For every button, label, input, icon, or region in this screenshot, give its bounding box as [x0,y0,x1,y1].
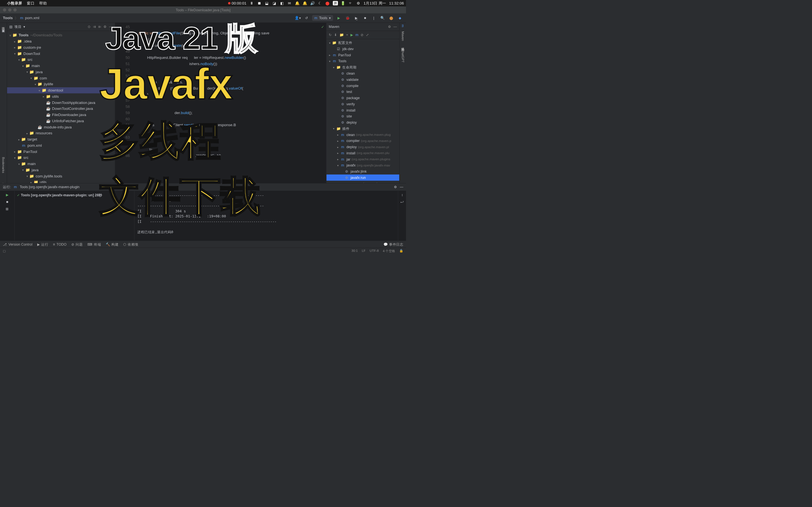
tree-item[interactable]: ▾📁main [7,161,115,167]
gear-icon[interactable]: ⚙ [394,185,397,189]
tree-root[interactable]: v📁Tools~/Downloads/Tools [7,32,115,38]
tree-item[interactable]: ▾📁main [7,63,115,69]
code-editor[interactable]: 4546474849505152535455565758596061626364… [115,23,326,183]
maven-item[interactable]: ▾mTools [326,58,399,64]
stop-icon[interactable]: ⏹ [257,1,262,6]
breadcrumb-file[interactable]: pom.xml [25,16,40,20]
hide-icon[interactable]: — [400,185,403,189]
maven-item[interactable]: ▾📁配置文件 [326,40,399,46]
tree-item[interactable]: ▾📁DownTool [7,50,115,57]
collapse-icon[interactable]: ⇇ [98,25,101,29]
tree-item[interactable]: ☕DownToolApplication.java [7,100,115,106]
folder-icon[interactable]: 📁 [340,33,344,37]
maven-item[interactable]: ⚙install [326,107,399,113]
maven-item[interactable]: ⚙site [326,113,399,119]
hide-icon[interactable]: — [393,25,397,29]
skip-icon[interactable]: ⊘ [361,33,364,37]
tree-item[interactable]: mpom.xml [7,143,115,149]
reload-icon[interactable]: ↻ [329,33,332,37]
maven-item[interactable]: ▾📁插件 [326,126,399,132]
expand-icon[interactable]: ⤢ [366,33,369,37]
wrap-icon[interactable]: ⮐ [400,200,404,204]
maven-item[interactable]: ⚙test [326,89,399,95]
tree-item[interactable]: ▸📁.idea [7,38,115,45]
tree-item[interactable]: ▾📁downtool [7,87,115,94]
maven-item[interactable]: ⚙validate [326,76,399,82]
event-log-tool[interactable]: 💬 事件日志 [384,242,403,247]
vcs-tool[interactable]: ⎇ Version Control [3,242,33,246]
sync-icon[interactable]: ↺ [303,15,310,21]
traffic-close[interactable] [3,8,6,11]
breadcrumb-root[interactable]: Tools [3,16,13,20]
maven-item[interactable]: ⚙clean [326,70,399,76]
tree-item[interactable]: ▸📁custom-jre [7,45,115,51]
screen-icon[interactable]: ⬤ [325,1,330,6]
maven-item[interactable]: ▸mPanTool [326,52,399,58]
tree-item[interactable]: ▾📁java [7,69,115,75]
tree-item[interactable]: ▾📁src [7,57,115,63]
stop-button[interactable]: ■ [362,15,368,21]
menu-window[interactable]: 窗口 [27,1,35,6]
maven-item[interactable]: ☑jdk-dev [326,46,399,52]
maven-item[interactable]: ▸mdeploy(org.apache.maven.pl [326,144,399,150]
rail-chatgpt[interactable]: ChatGPT [401,49,405,62]
maven-item[interactable]: ▸mcompiler(org.apache.maven.p [326,138,399,144]
indent[interactable]: 4 个空格 [383,249,395,253]
download-icon[interactable]: ⬇ [334,33,337,37]
run-tree-item[interactable]: Tools [org.openjfx:javafx-maven-plugin: … [21,193,102,197]
tree-item[interactable]: ▾📁com [7,75,115,81]
moon-icon[interactable]: ☾ [318,1,322,6]
line-sep[interactable]: LF [362,249,365,253]
tree-item[interactable]: ▾📁src [7,155,115,161]
clock-time[interactable]: 11:32:06 [389,1,404,6]
run-icon[interactable]: ▶ [350,33,353,37]
lock-icon[interactable]: 🔒 [399,249,403,253]
user-icon[interactable]: 👤▾ [295,15,301,21]
debug-button[interactable]: 🐞 [344,15,351,21]
tree-item[interactable]: ☕module-info.java [7,124,115,130]
maven-item[interactable]: ⚙verify [326,101,399,107]
maven-item[interactable]: ▾mjavafx(org.openjfx:javafx-mav [326,162,399,168]
rail-maven-text[interactable]: Maven [401,31,405,41]
tray-icon[interactable]: ⬓ [264,1,269,6]
build-tool[interactable]: 🔨 构建 [106,242,119,247]
tree-item[interactable]: ☕DownToolController.java [7,106,115,112]
problems-tool[interactable]: ⊘ 问题 [71,242,83,247]
select-opened-icon[interactable]: ⊙ [88,25,91,29]
maven-item[interactable]: ▸mresources(org.apache.maven.p [326,180,399,183]
chevron-down-icon[interactable]: ▾ [23,25,26,29]
run-config-selector[interactable]: mTools ▾ [312,15,333,21]
status-icon[interactable]: ▢ [3,249,6,253]
rerun-icon[interactable]: ▶ [6,193,9,197]
maven-item[interactable]: ▸minstall(org.apache.maven.plu [326,150,399,156]
maven-item[interactable]: ▸mclean(org.apache.maven.plug [326,131,399,138]
battery-icon[interactable]: 🔋 [341,1,346,6]
rail-maven[interactable]: m [401,24,405,27]
hide-icon[interactable]: — [109,25,112,29]
menu-help[interactable]: 帮助 [39,1,47,6]
expand-icon[interactable]: ⇉ [93,25,96,29]
tray-icon[interactable]: ◪ [272,1,277,6]
gear-icon[interactable]: ⚙ [103,25,107,29]
maven-item[interactable]: ⚙javafx:run [326,175,399,181]
run-tool[interactable]: ▶ 运行 [37,242,49,247]
encoding[interactable]: UTF-8 [370,249,378,253]
maven-item[interactable]: ▸mjar(org.apache.maven.plugins [326,156,399,162]
tree-item[interactable]: ▾📁com.jiyilife.tools [7,173,115,179]
clock-date[interactable]: 1月13日 周一 [363,1,386,6]
run-console[interactable]: ----------------------------------------… [135,191,398,240]
wifi-icon[interactable]: ᯤ [349,1,353,6]
maven-item[interactable]: ⚙compile [326,82,399,89]
rail-bookmarks[interactable]: Bookmarks [1,157,5,173]
ai-icon[interactable]: ◆ [397,15,403,21]
tree-item[interactable]: ▸📁utils [7,94,115,100]
run-button[interactable]: ▶ [336,15,342,21]
traffic-max[interactable] [13,8,17,11]
gear-icon[interactable]: ⚙ [388,25,391,29]
bell-icon[interactable]: 🔔 [295,1,300,6]
traffic-min[interactable] [8,8,11,11]
settings-icon[interactable]: ⬤ [388,15,395,21]
volume-icon[interactable]: 🔊 [310,1,315,6]
tree-item[interactable]: ▸📁PanTool [7,149,115,155]
editor-code[interactable]: public void downloadFile(String url, Map… [133,23,326,183]
